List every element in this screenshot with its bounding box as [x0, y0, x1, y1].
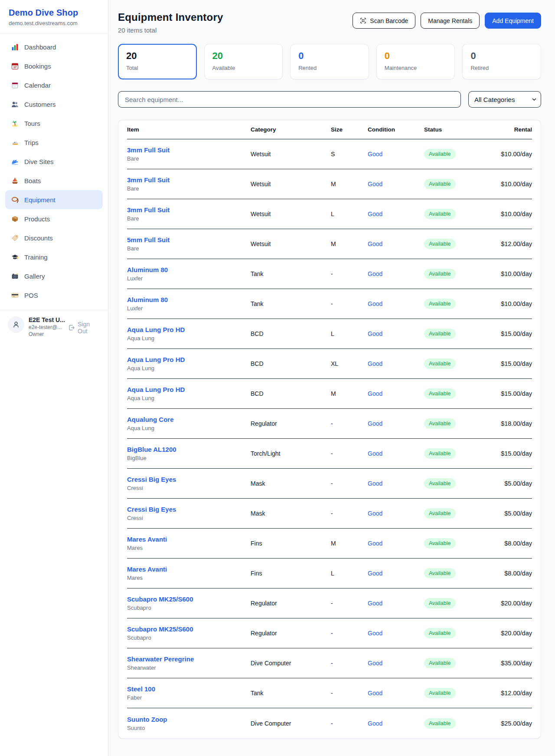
item-rental-price: $20.00/day: [501, 630, 532, 637]
column-header-condition: Condition: [368, 126, 424, 133]
stat-label: Available: [212, 65, 275, 71]
status-badge: Available: [424, 418, 456, 429]
item-condition-link[interactable]: Good: [368, 630, 382, 637]
item-name-link[interactable]: 3mm Full Suit: [127, 146, 251, 154]
item-name-link[interactable]: Suunto Zoop: [127, 716, 251, 723]
sidebar-item-pos[interactable]: POS: [5, 286, 103, 305]
item-condition-link[interactable]: Good: [368, 450, 382, 457]
status-badge: Available: [424, 299, 456, 309]
status-badge: Available: [424, 628, 456, 638]
item-name-link[interactable]: Aluminum 80: [127, 266, 251, 273]
item-name-link[interactable]: Shearwater Peregrine: [127, 655, 251, 663]
barcode-scan-icon: [360, 17, 366, 24]
item-name-link[interactable]: Aluminum 80: [127, 296, 251, 303]
item-name-link[interactable]: Scubapro MK25/S600: [127, 595, 251, 603]
status-badge: Available: [424, 508, 456, 519]
item-condition-link[interactable]: Good: [368, 210, 382, 217]
item-condition-link[interactable]: Good: [368, 390, 382, 397]
sidebar-item-discounts[interactable]: Discounts: [5, 228, 103, 247]
item-name-link[interactable]: BigBlue AL1200: [127, 446, 251, 453]
sidebar-item-trips[interactable]: Trips: [5, 133, 103, 152]
status-badge: Available: [424, 358, 456, 369]
item-name-link[interactable]: Scubapro MK25/S600: [127, 625, 251, 633]
table-row: BigBlue AL1200 BigBlue Torch/Light - Goo…: [127, 439, 532, 469]
item-brand: Aqua Lung: [127, 395, 251, 401]
item-category: Wetsuit: [251, 240, 331, 247]
item-name-link[interactable]: Steel 100: [127, 685, 251, 693]
item-condition-link[interactable]: Good: [368, 240, 382, 247]
item-condition-link[interactable]: Good: [368, 181, 382, 187]
item-name-link[interactable]: Aqua Lung Pro HD: [127, 386, 251, 393]
item-name-link[interactable]: Cressi Big Eyes: [127, 506, 251, 513]
item-condition-link[interactable]: Good: [368, 570, 382, 577]
sidebar-item-customers[interactable]: Customers: [5, 95, 103, 114]
item-condition-link[interactable]: Good: [368, 510, 382, 517]
item-condition-link[interactable]: Good: [368, 480, 382, 487]
sidebar-item-dashboard[interactable]: Dashboard: [5, 37, 103, 56]
item-condition-link[interactable]: Good: [368, 540, 382, 547]
brand-name: Demo Dive Shop: [9, 8, 99, 18]
stat-card-total[interactable]: 20 Total: [118, 44, 197, 79]
item-name-link[interactable]: Aqua Lung Pro HD: [127, 326, 251, 333]
column-header-size: Size: [331, 126, 368, 133]
item-brand: BigBlue: [127, 455, 251, 461]
item-name-link[interactable]: 3mm Full Suit: [127, 206, 251, 214]
user-meta: E2E Test U... e2e-tester@... Owner: [29, 316, 64, 337]
sidebar-item-boats[interactable]: Boats: [5, 171, 103, 190]
add-equipment-button[interactable]: Add Equipment: [485, 13, 541, 29]
item-category: BCD: [251, 330, 331, 337]
table-row: Shearwater Peregrine Shearwater Dive Com…: [127, 648, 532, 678]
item-condition-link[interactable]: Good: [368, 690, 382, 697]
item-name-link[interactable]: 3mm Full Suit: [127, 176, 251, 184]
sidebar-item-dive-sites[interactable]: Dive Sites: [5, 152, 103, 171]
page-title: Equipment Inventory: [118, 11, 223, 23]
stat-card-available[interactable]: 20 Available: [204, 44, 283, 79]
item-condition-link[interactable]: Good: [368, 270, 382, 277]
item-condition-link[interactable]: Good: [368, 300, 382, 307]
search-input[interactable]: [118, 91, 461, 108]
sidebar-item-label: Training: [24, 253, 48, 261]
sign-out-button[interactable]: Sign Out: [68, 321, 100, 335]
item-rental-price: $12.00/day: [501, 690, 532, 697]
equipment-table: Item Category Size Condition Status Rent…: [118, 120, 541, 739]
brand-domain: demo.test.divestreams.com: [9, 20, 99, 26]
item-condition-link[interactable]: Good: [368, 330, 382, 337]
stat-card-retired[interactable]: 0 Retired: [462, 44, 541, 79]
sidebar-item-equipment[interactable]: Equipment: [5, 190, 103, 209]
item-name-link[interactable]: Mares Avanti: [127, 536, 251, 543]
stat-card-maintenance[interactable]: 0 Maintenance: [376, 44, 455, 79]
item-condition-link[interactable]: Good: [368, 720, 382, 727]
item-name-link[interactable]: Cressi Big Eyes: [127, 476, 251, 483]
stat-card-rented[interactable]: 0 Rented: [290, 44, 369, 79]
sidebar-item-calendar[interactable]: Calendar: [5, 76, 103, 95]
category-select[interactable]: All Categories: [468, 91, 541, 108]
item-condition-link[interactable]: Good: [368, 420, 382, 427]
item-brand: Faber: [127, 694, 251, 701]
status-badge: Available: [424, 598, 456, 608]
sidebar-nav: Dashboard 17 Bookings Calendar Customers…: [0, 34, 108, 305]
item-brand: Cressi: [127, 515, 251, 521]
manage-rentals-label: Manage Rentals: [428, 17, 472, 24]
sidebar-item-products[interactable]: Products: [5, 209, 103, 228]
item-condition-link[interactable]: Good: [368, 360, 382, 367]
item-name-link[interactable]: Aqualung Core: [127, 416, 251, 423]
sidebar-item-gallery[interactable]: Gallery: [5, 266, 103, 286]
item-condition-link[interactable]: Good: [368, 151, 382, 158]
item-category: Regulator: [251, 420, 331, 427]
sidebar-item-label: Gallery: [24, 273, 45, 280]
sidebar-item-tours[interactable]: Tours: [5, 114, 103, 133]
table-row: Aluminum 80 Luxfer Tank - Good Available…: [127, 289, 532, 319]
item-name-link[interactable]: 5mm Full Suit: [127, 236, 251, 243]
item-name-link[interactable]: Mares Avanti: [127, 565, 251, 573]
sidebar-item-bookings[interactable]: 17 Bookings: [5, 56, 103, 76]
sidebar-item-training[interactable]: Training: [5, 247, 103, 266]
table-row: 3mm Full Suit Bare Wetsuit L Good Availa…: [127, 199, 532, 229]
item-condition-link[interactable]: Good: [368, 660, 382, 667]
manage-rentals-button[interactable]: Manage Rentals: [421, 13, 480, 29]
item-category: Regulator: [251, 630, 331, 637]
item-condition-link[interactable]: Good: [368, 600, 382, 607]
table-row: 5mm Full Suit Bare Wetsuit M Good Availa…: [127, 229, 532, 259]
item-category: Mask: [251, 510, 331, 517]
scan-barcode-button[interactable]: Scan Barcode: [353, 13, 415, 29]
item-name-link[interactable]: Aqua Lung Pro HD: [127, 356, 251, 363]
